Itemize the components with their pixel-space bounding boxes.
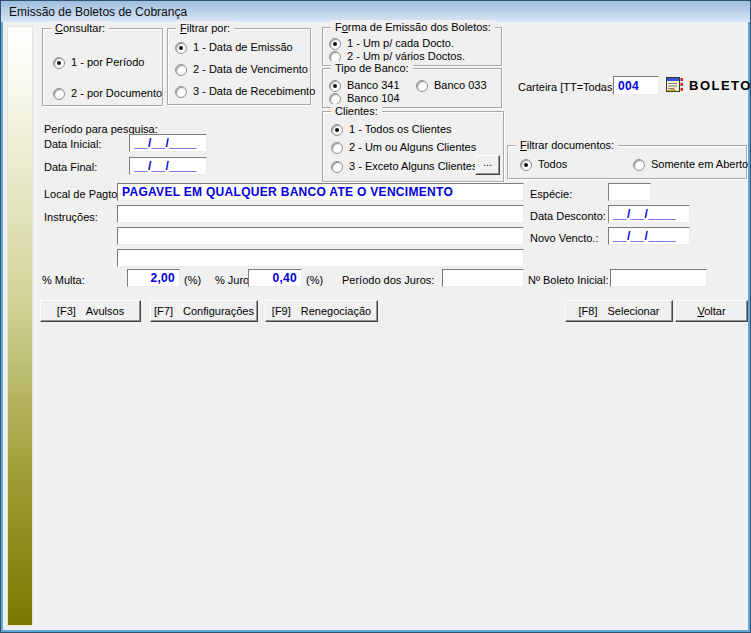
- local-pagto-value: PAGAVEL EM QUALQUER BANCO ATE O VENCIMEN…: [122, 185, 453, 199]
- radio-por-documento[interactable]: [53, 88, 65, 100]
- clientes-more-button[interactable]: ...: [475, 155, 500, 175]
- group-tipo-banco: Tipo de Banco: Banco 341 Banco 033 Banco…: [322, 68, 502, 108]
- multa-input[interactable]: 2,00: [127, 269, 180, 287]
- periodo-juros-label: Período dos Juros:: [342, 274, 434, 287]
- periodo-juros-input[interactable]: [442, 269, 524, 287]
- juros-value: 0,40: [272, 271, 297, 285]
- carteira-label: Carteira [TT=Todas]:: [518, 81, 619, 94]
- configuracoes-button-label: Configurações: [183, 305, 254, 317]
- radio-exceto-alguns-clientes-label: 3 - Exceto Alguns Clientes: [349, 160, 477, 173]
- title-bar[interactable]: Emissão de Boletos de Cobrança: [1, 1, 750, 22]
- radio-data-emissao[interactable]: [175, 42, 187, 54]
- group-filtrar-documentos: Filtrar documentos: Todos Somente em Abe…: [507, 145, 747, 179]
- data-final-input[interactable]: __/__/____: [129, 157, 207, 175]
- local-pagto-label: Local de Pagto.:: [44, 188, 124, 201]
- novo-vencto-input[interactable]: __/__/____: [608, 227, 690, 245]
- local-pagto-input[interactable]: PAGAVEL EM QUALQUER BANCO ATE O VENCIMEN…: [117, 183, 524, 201]
- renegociacao-button-label: Renegociação: [301, 305, 371, 317]
- radio-todos-clientes[interactable]: [331, 124, 343, 136]
- voltar-button[interactable]: Voltar: [675, 300, 748, 322]
- configuracoes-button-key: [F7]: [154, 305, 173, 317]
- radio-um-por-docto[interactable]: [329, 38, 341, 50]
- client-area: Consultar: 1 - por Período 2 - por Docum…: [3, 22, 748, 630]
- radio-banco-341[interactable]: [329, 80, 341, 92]
- group-filtrar-por-label: Filtrar por:: [176, 21, 234, 35]
- radio-por-documento-label: 2 - por Documento: [71, 87, 162, 100]
- data-desconto-input[interactable]: __/__/____: [608, 205, 690, 223]
- carteira-input[interactable]: 004: [613, 76, 659, 95]
- selecionar-button-label: Selecionar: [607, 305, 659, 317]
- group-tipo-banco-label: Tipo de Banco:: [331, 61, 413, 75]
- radio-por-periodo[interactable]: [53, 57, 65, 69]
- group-consultar: Consultar: 1 - por Período 2 - por Docum…: [42, 28, 163, 106]
- multa-value: 2,00: [150, 271, 175, 285]
- radio-somente-aberto-label: Somente em Aberto: [651, 158, 748, 171]
- instrucoes-input-3[interactable]: [117, 249, 524, 267]
- renegociacao-button[interactable]: [F9] Renegociação: [265, 300, 378, 322]
- juros-input[interactable]: 0,40: [248, 269, 302, 287]
- radio-data-emissao-label: 1 - Data de Emissão: [193, 41, 293, 54]
- radio-data-vencimento-label: 2 - Data de Vencimento: [193, 63, 308, 76]
- data-final-value: __/__/____: [134, 159, 197, 173]
- group-clientes-label: Clientes:: [331, 104, 382, 118]
- group-filtrar-por: Filtrar por: 1 - Data de Emissão 2 - Dat…: [167, 28, 311, 105]
- instrucoes-input-2[interactable]: [117, 227, 524, 245]
- boleto-icon: [665, 75, 685, 94]
- boleto-inicial-label: Nº Boleto Inicial:: [528, 274, 608, 287]
- window: Emissão de Boletos de Cobrança Consultar…: [0, 0, 751, 633]
- data-inicial-value: __/__/____: [134, 136, 197, 150]
- multa-label: % Multa:: [42, 274, 85, 287]
- avulsos-button-key: [F3]: [57, 305, 76, 317]
- radio-todos-clientes-label: 1 - Todos os Clientes: [349, 123, 452, 136]
- radio-banco-033-label: Banco 033: [434, 79, 487, 92]
- radio-um-alguns-clientes-label: 2 - Um ou Alguns Clientes: [349, 141, 476, 154]
- selecionar-button-key: [F8]: [579, 305, 598, 317]
- group-consultar-label: Consultar:: [51, 21, 109, 35]
- radio-todos-documentos[interactable]: [520, 159, 532, 171]
- configuracoes-button[interactable]: [F7] Configurações: [150, 300, 258, 322]
- radio-exceto-alguns-clientes[interactable]: [331, 161, 343, 173]
- avulsos-button[interactable]: [F3] Avulsos: [40, 300, 141, 322]
- voltar-button-label: Voltar: [697, 305, 725, 317]
- group-clientes: Clientes: 1 - Todos os Clientes 2 - Um o…: [322, 111, 504, 182]
- data-inicial-input[interactable]: __/__/____: [129, 134, 207, 152]
- instrucoes-input-1[interactable]: [117, 205, 524, 223]
- data-final-label: Data Final:: [44, 161, 97, 174]
- avulsos-button-label: Avulsos: [86, 305, 124, 317]
- carteira-value: 004: [618, 79, 639, 93]
- radio-banco-341-label: Banco 341: [347, 79, 400, 92]
- boleto-label: BOLETO: [689, 78, 751, 93]
- boleto-inicial-input[interactable]: [610, 269, 707, 287]
- radio-por-periodo-label: 1 - por Período: [71, 56, 144, 69]
- especie-input[interactable]: [608, 183, 651, 201]
- juros-suffix: (%): [306, 274, 323, 287]
- radio-um-alguns-clientes[interactable]: [331, 142, 343, 154]
- radio-banco-104[interactable]: [329, 93, 341, 105]
- novo-vencto-label: Novo Vencto.:: [530, 232, 599, 245]
- multa-suffix: (%): [184, 274, 201, 287]
- renegociacao-button-key: [F9]: [272, 305, 291, 317]
- data-inicial-label: Data Inicial:: [44, 138, 101, 151]
- group-filtrar-documentos-label: Filtrar documentos:: [516, 138, 618, 152]
- data-desconto-label: Data Desconto:: [530, 210, 606, 223]
- especie-label: Espécie:: [530, 188, 572, 201]
- window-title: Emissão de Boletos de Cobrança: [9, 5, 187, 19]
- radio-data-recebimento[interactable]: [175, 86, 187, 98]
- group-forma-emissao-label: Forma de Emissão dos Boletos:: [331, 20, 495, 34]
- radio-data-recebimento-label: 3 - Data de Recebimento: [193, 85, 315, 98]
- selecionar-button[interactable]: [F8] Selecionar: [565, 300, 673, 322]
- radio-todos-documentos-label: Todos: [538, 158, 567, 171]
- radio-somente-aberto[interactable]: [633, 159, 645, 171]
- radio-data-vencimento[interactable]: [175, 64, 187, 76]
- radio-banco-033[interactable]: [416, 80, 428, 92]
- instrucoes-label: Instruções:: [44, 211, 98, 224]
- data-desconto-value: __/__/____: [613, 207, 676, 221]
- side-gradient-bar: [7, 26, 33, 626]
- novo-vencto-value: __/__/____: [613, 229, 676, 243]
- radio-um-por-docto-label: 1 - Um p/ cada Docto.: [347, 37, 454, 50]
